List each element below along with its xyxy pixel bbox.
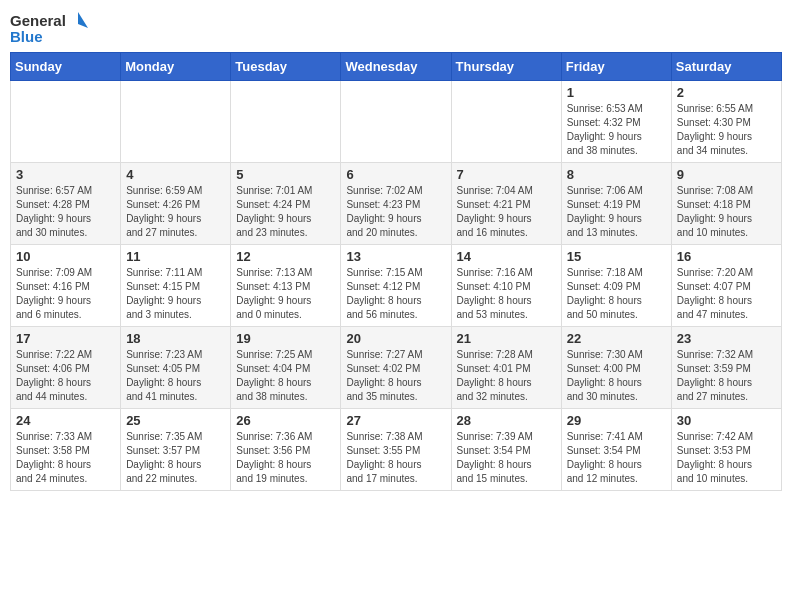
day-number: 17	[16, 331, 115, 346]
svg-text:Blue: Blue	[10, 28, 43, 45]
calendar-week-row: 1Sunrise: 6:53 AM Sunset: 4:32 PM Daylig…	[11, 81, 782, 163]
calendar-day-cell: 20Sunrise: 7:27 AM Sunset: 4:02 PM Dayli…	[341, 327, 451, 409]
svg-marker-2	[78, 12, 88, 28]
calendar-day-cell: 26Sunrise: 7:36 AM Sunset: 3:56 PM Dayli…	[231, 409, 341, 491]
calendar-day-cell: 28Sunrise: 7:39 AM Sunset: 3:54 PM Dayli…	[451, 409, 561, 491]
calendar-day-cell: 9Sunrise: 7:08 AM Sunset: 4:18 PM Daylig…	[671, 163, 781, 245]
calendar-week-row: 24Sunrise: 7:33 AM Sunset: 3:58 PM Dayli…	[11, 409, 782, 491]
day-info: Sunrise: 7:35 AM Sunset: 3:57 PM Dayligh…	[126, 430, 225, 486]
day-info: Sunrise: 7:27 AM Sunset: 4:02 PM Dayligh…	[346, 348, 445, 404]
calendar-table: SundayMondayTuesdayWednesdayThursdayFrid…	[10, 52, 782, 491]
weekday-header-cell: Wednesday	[341, 53, 451, 81]
calendar-day-cell: 23Sunrise: 7:32 AM Sunset: 3:59 PM Dayli…	[671, 327, 781, 409]
weekday-header-cell: Saturday	[671, 53, 781, 81]
calendar-day-cell: 30Sunrise: 7:42 AM Sunset: 3:53 PM Dayli…	[671, 409, 781, 491]
logo-icon: GeneralBlue	[10, 10, 90, 46]
day-number: 14	[457, 249, 556, 264]
day-number: 21	[457, 331, 556, 346]
day-number: 7	[457, 167, 556, 182]
day-number: 20	[346, 331, 445, 346]
calendar-day-cell: 29Sunrise: 7:41 AM Sunset: 3:54 PM Dayli…	[561, 409, 671, 491]
day-number: 5	[236, 167, 335, 182]
day-info: Sunrise: 7:01 AM Sunset: 4:24 PM Dayligh…	[236, 184, 335, 240]
day-info: Sunrise: 7:02 AM Sunset: 4:23 PM Dayligh…	[346, 184, 445, 240]
calendar-day-cell: 14Sunrise: 7:16 AM Sunset: 4:10 PM Dayli…	[451, 245, 561, 327]
calendar-day-cell: 5Sunrise: 7:01 AM Sunset: 4:24 PM Daylig…	[231, 163, 341, 245]
day-info: Sunrise: 7:06 AM Sunset: 4:19 PM Dayligh…	[567, 184, 666, 240]
day-info: Sunrise: 7:36 AM Sunset: 3:56 PM Dayligh…	[236, 430, 335, 486]
calendar-day-cell: 12Sunrise: 7:13 AM Sunset: 4:13 PM Dayli…	[231, 245, 341, 327]
day-info: Sunrise: 6:59 AM Sunset: 4:26 PM Dayligh…	[126, 184, 225, 240]
calendar-body: 1Sunrise: 6:53 AM Sunset: 4:32 PM Daylig…	[11, 81, 782, 491]
day-number: 30	[677, 413, 776, 428]
calendar-day-cell: 3Sunrise: 6:57 AM Sunset: 4:28 PM Daylig…	[11, 163, 121, 245]
calendar-day-cell: 18Sunrise: 7:23 AM Sunset: 4:05 PM Dayli…	[121, 327, 231, 409]
day-number: 6	[346, 167, 445, 182]
day-info: Sunrise: 7:15 AM Sunset: 4:12 PM Dayligh…	[346, 266, 445, 322]
day-info: Sunrise: 7:22 AM Sunset: 4:06 PM Dayligh…	[16, 348, 115, 404]
calendar-day-cell: 2Sunrise: 6:55 AM Sunset: 4:30 PM Daylig…	[671, 81, 781, 163]
calendar-day-cell	[11, 81, 121, 163]
calendar-week-row: 10Sunrise: 7:09 AM Sunset: 4:16 PM Dayli…	[11, 245, 782, 327]
day-number: 11	[126, 249, 225, 264]
day-info: Sunrise: 7:41 AM Sunset: 3:54 PM Dayligh…	[567, 430, 666, 486]
day-info: Sunrise: 6:57 AM Sunset: 4:28 PM Dayligh…	[16, 184, 115, 240]
day-number: 29	[567, 413, 666, 428]
calendar-day-cell: 6Sunrise: 7:02 AM Sunset: 4:23 PM Daylig…	[341, 163, 451, 245]
calendar-day-cell: 19Sunrise: 7:25 AM Sunset: 4:04 PM Dayli…	[231, 327, 341, 409]
weekday-header-cell: Tuesday	[231, 53, 341, 81]
calendar-day-cell: 1Sunrise: 6:53 AM Sunset: 4:32 PM Daylig…	[561, 81, 671, 163]
day-info: Sunrise: 7:11 AM Sunset: 4:15 PM Dayligh…	[126, 266, 225, 322]
weekday-header-row: SundayMondayTuesdayWednesdayThursdayFrid…	[11, 53, 782, 81]
day-number: 22	[567, 331, 666, 346]
day-info: Sunrise: 7:33 AM Sunset: 3:58 PM Dayligh…	[16, 430, 115, 486]
day-info: Sunrise: 7:16 AM Sunset: 4:10 PM Dayligh…	[457, 266, 556, 322]
day-number: 13	[346, 249, 445, 264]
day-info: Sunrise: 7:08 AM Sunset: 4:18 PM Dayligh…	[677, 184, 776, 240]
calendar-day-cell: 17Sunrise: 7:22 AM Sunset: 4:06 PM Dayli…	[11, 327, 121, 409]
weekday-header-cell: Monday	[121, 53, 231, 81]
weekday-header-cell: Thursday	[451, 53, 561, 81]
day-number: 24	[16, 413, 115, 428]
calendar-day-cell: 15Sunrise: 7:18 AM Sunset: 4:09 PM Dayli…	[561, 245, 671, 327]
day-number: 19	[236, 331, 335, 346]
day-number: 9	[677, 167, 776, 182]
day-number: 4	[126, 167, 225, 182]
logo: GeneralBlue	[10, 10, 90, 46]
calendar-day-cell	[341, 81, 451, 163]
calendar-day-cell	[231, 81, 341, 163]
calendar-day-cell: 10Sunrise: 7:09 AM Sunset: 4:16 PM Dayli…	[11, 245, 121, 327]
day-info: Sunrise: 7:18 AM Sunset: 4:09 PM Dayligh…	[567, 266, 666, 322]
day-info: Sunrise: 7:04 AM Sunset: 4:21 PM Dayligh…	[457, 184, 556, 240]
day-info: Sunrise: 7:25 AM Sunset: 4:04 PM Dayligh…	[236, 348, 335, 404]
calendar-day-cell: 4Sunrise: 6:59 AM Sunset: 4:26 PM Daylig…	[121, 163, 231, 245]
day-number: 26	[236, 413, 335, 428]
day-info: Sunrise: 7:32 AM Sunset: 3:59 PM Dayligh…	[677, 348, 776, 404]
calendar-day-cell	[451, 81, 561, 163]
day-number: 18	[126, 331, 225, 346]
day-number: 12	[236, 249, 335, 264]
day-info: Sunrise: 7:28 AM Sunset: 4:01 PM Dayligh…	[457, 348, 556, 404]
weekday-header-cell: Sunday	[11, 53, 121, 81]
day-info: Sunrise: 7:20 AM Sunset: 4:07 PM Dayligh…	[677, 266, 776, 322]
day-number: 3	[16, 167, 115, 182]
svg-text:General: General	[10, 12, 66, 29]
page-header: GeneralBlue	[10, 10, 782, 46]
day-number: 8	[567, 167, 666, 182]
weekday-header-cell: Friday	[561, 53, 671, 81]
calendar-week-row: 17Sunrise: 7:22 AM Sunset: 4:06 PM Dayli…	[11, 327, 782, 409]
day-number: 28	[457, 413, 556, 428]
calendar-day-cell: 8Sunrise: 7:06 AM Sunset: 4:19 PM Daylig…	[561, 163, 671, 245]
calendar-week-row: 3Sunrise: 6:57 AM Sunset: 4:28 PM Daylig…	[11, 163, 782, 245]
calendar-day-cell: 27Sunrise: 7:38 AM Sunset: 3:55 PM Dayli…	[341, 409, 451, 491]
day-number: 1	[567, 85, 666, 100]
day-number: 16	[677, 249, 776, 264]
calendar-day-cell: 24Sunrise: 7:33 AM Sunset: 3:58 PM Dayli…	[11, 409, 121, 491]
day-number: 23	[677, 331, 776, 346]
day-info: Sunrise: 6:53 AM Sunset: 4:32 PM Dayligh…	[567, 102, 666, 158]
calendar-day-cell: 16Sunrise: 7:20 AM Sunset: 4:07 PM Dayli…	[671, 245, 781, 327]
day-info: Sunrise: 7:42 AM Sunset: 3:53 PM Dayligh…	[677, 430, 776, 486]
day-info: Sunrise: 7:30 AM Sunset: 4:00 PM Dayligh…	[567, 348, 666, 404]
calendar-day-cell: 13Sunrise: 7:15 AM Sunset: 4:12 PM Dayli…	[341, 245, 451, 327]
calendar-day-cell: 25Sunrise: 7:35 AM Sunset: 3:57 PM Dayli…	[121, 409, 231, 491]
